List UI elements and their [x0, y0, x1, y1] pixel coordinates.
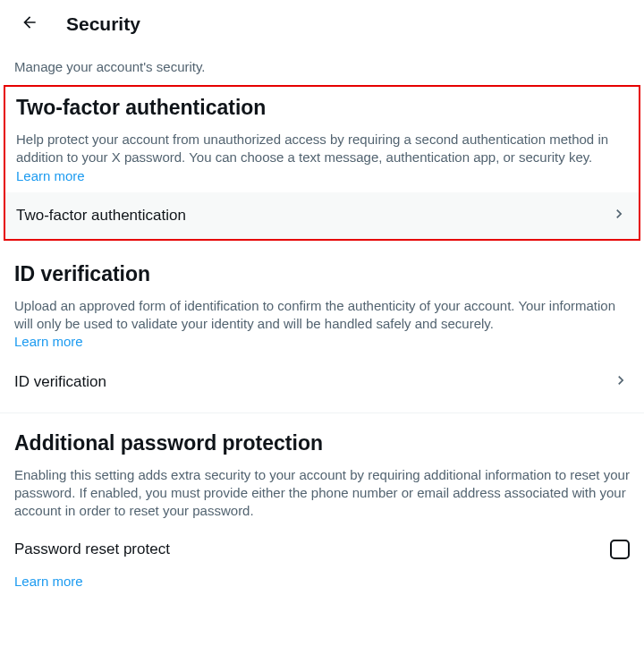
- password-reset-row[interactable]: Password reset protect: [0, 527, 644, 572]
- app-learn-more-link[interactable]: Learn more: [14, 574, 83, 589]
- divider: [0, 413, 644, 413]
- chevron-right-icon: [612, 371, 630, 393]
- back-button[interactable]: [14, 9, 45, 39]
- section-two-factor: Two-factor authentication Help protect y…: [5, 87, 639, 185]
- two-factor-heading: Two-factor authentication: [16, 96, 628, 120]
- idv-row[interactable]: ID verification: [0, 359, 644, 405]
- two-factor-highlight: Two-factor authentication Help protect y…: [4, 85, 640, 241]
- password-reset-label: Password reset protect: [14, 540, 170, 558]
- two-factor-row[interactable]: Two-factor authentication: [5, 192, 639, 239]
- two-factor-desc-text: Help protect your account from unauthori…: [16, 132, 608, 165]
- two-factor-row-label: Two-factor authentication: [16, 207, 186, 225]
- page-title: Security: [66, 13, 140, 35]
- two-factor-learn-more-link[interactable]: Learn more: [16, 168, 85, 183]
- header: Security: [0, 0, 644, 52]
- page-subtitle: Manage your account's security.: [0, 52, 644, 85]
- idv-desc-text: Upload an approved form of identificatio…: [14, 298, 615, 331]
- arrow-left-icon: [21, 13, 38, 35]
- idv-desc: Upload an approved form of identificatio…: [14, 297, 630, 352]
- idv-heading: ID verification: [14, 262, 630, 286]
- idv-row-label: ID verification: [14, 373, 106, 391]
- section-password-protection: Additional password protection Enabling …: [0, 421, 644, 521]
- chevron-right-icon: [610, 205, 628, 226]
- app-heading: Additional password protection: [14, 431, 630, 455]
- app-desc: Enabling this setting adds extra securit…: [14, 466, 630, 521]
- two-factor-desc: Help protect your account from unauthori…: [16, 131, 628, 185]
- idv-learn-more-link[interactable]: Learn more: [14, 334, 83, 349]
- section-id-verification: ID verification Upload an approved form …: [0, 251, 644, 352]
- password-reset-checkbox[interactable]: [610, 540, 630, 559]
